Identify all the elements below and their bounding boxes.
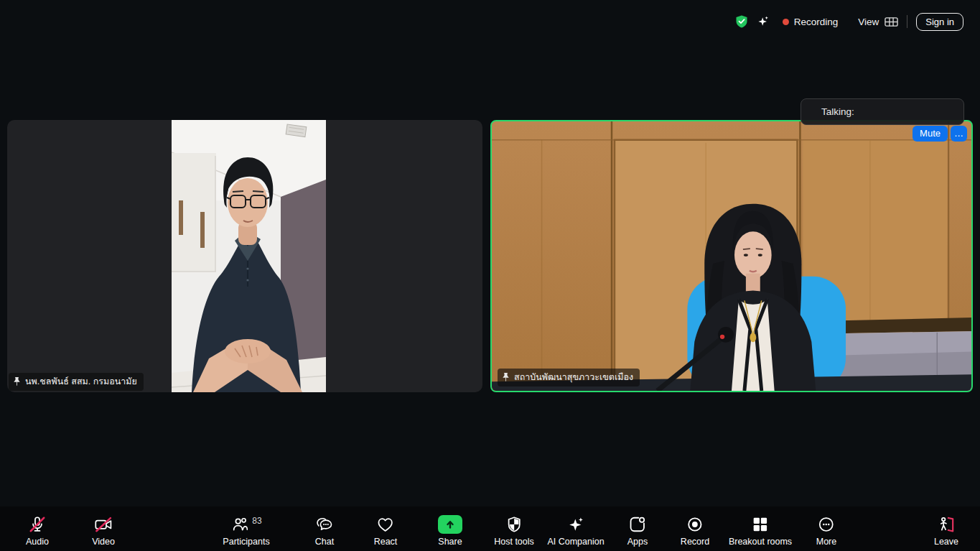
recording-dot-icon (783, 19, 789, 25)
video-control[interactable]: Video (92, 506, 115, 551)
leave-control[interactable]: Leave (934, 506, 958, 551)
mute-button[interactable]: Mute (913, 126, 948, 142)
bottom-toolbar: Audio Video (0, 506, 980, 551)
leave-door-icon (937, 515, 956, 534)
security-shield-icon[interactable] (734, 14, 750, 29)
participants-icon (230, 515, 249, 534)
breakout-rooms-icon (751, 515, 770, 534)
ai-companion-sparkle-icon (566, 515, 585, 534)
sign-in-button[interactable]: Sign in (916, 13, 963, 31)
react-control[interactable]: React (374, 506, 398, 551)
talking-tooltip: Talking: (801, 98, 964, 125)
view-label: View (858, 17, 879, 27)
breakout-rooms-control[interactable]: Breakout rooms (729, 506, 792, 551)
participant-video-left (172, 120, 326, 392)
topbar-divider (907, 15, 907, 28)
microphone-muted-icon (28, 515, 47, 534)
record-icon (686, 515, 704, 534)
talking-label: Talking: (821, 106, 854, 117)
left-video-scene (172, 120, 326, 392)
audio-control[interactable]: Audio (26, 506, 49, 551)
top-toolbar: Recording View Sign in (734, 11, 963, 32)
heart-icon (376, 515, 395, 534)
participants-count-badge: 83 (252, 516, 261, 526)
video-tile-right-active-speaker[interactable]: Mute … สถาบันพัฒนาสุขภาวะเขตเมือง (490, 120, 973, 392)
participants-control[interactable]: 83 Participants (223, 506, 269, 551)
tile-more-button[interactable]: … (951, 126, 967, 142)
ai-companion-status-icon[interactable] (755, 14, 771, 29)
more-control[interactable]: More (816, 506, 836, 551)
chat-icon (315, 515, 334, 534)
pin-icon (502, 372, 510, 382)
record-control[interactable]: Record (681, 506, 709, 551)
more-ellipsis-icon (817, 515, 836, 534)
recording-indicator: Recording (783, 17, 839, 27)
video-tile-left[interactable]: นพ.ชลพันธ์ สสม. กรมอนามัย (7, 120, 482, 392)
pin-icon (13, 376, 21, 386)
view-grid-icon (885, 16, 898, 28)
chat-control[interactable]: Chat (315, 506, 334, 551)
zoom-meeting-window: Recording View Sign in (0, 0, 980, 551)
share-control[interactable]: Share (438, 506, 462, 551)
participant-name-tag: สถาบันพัฒนาสุขภาวะเขตเมือง (498, 369, 640, 386)
participant-name-tag: นพ.ชลพันธ์ สสม. กรมอนามัย (9, 373, 144, 391)
recording-label: Recording (794, 17, 839, 27)
participant-name: นพ.ชลพันธ์ สสม. กรมอนามัย (25, 374, 137, 389)
share-icon (438, 515, 462, 534)
host-tools-shield-icon (505, 515, 523, 534)
ai-companion-control[interactable]: AI Companion (547, 506, 604, 551)
participant-name: สถาบันพัฒนาสุขภาวะเขตเมือง (514, 370, 633, 384)
view-button[interactable]: View (858, 16, 898, 28)
apps-icon (628, 515, 647, 534)
tile-action-buttons: Mute … (913, 126, 967, 142)
camera-muted-icon (94, 515, 113, 534)
right-video-scene (492, 121, 971, 391)
host-tools-control[interactable]: Host tools (494, 506, 534, 551)
apps-control[interactable]: Apps (627, 506, 648, 551)
